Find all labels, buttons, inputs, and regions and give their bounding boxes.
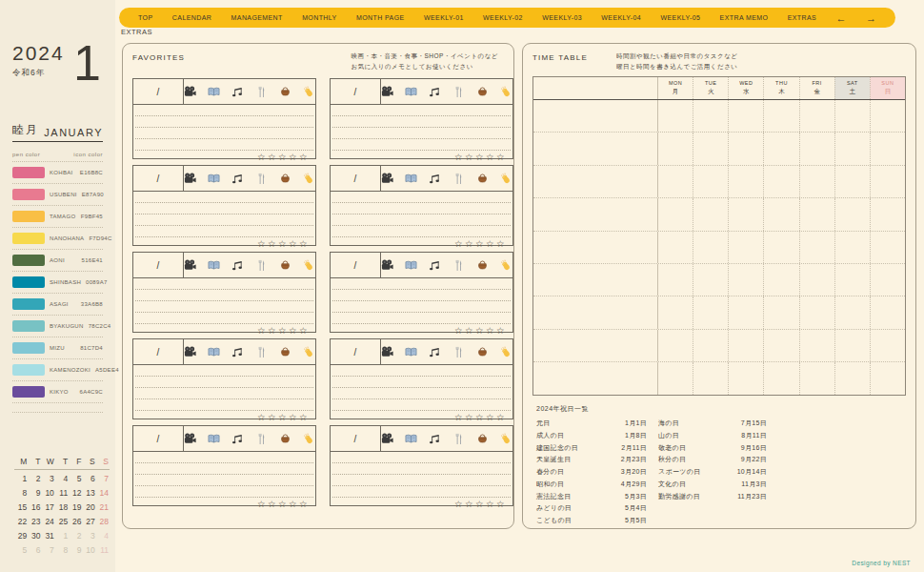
timetable-cell[interactable] [693,362,728,394]
timetable-cell[interactable] [728,362,763,394]
memo-line[interactable] [135,105,313,116]
nav-arrow-left-icon[interactable]: ← [836,12,847,24]
handbag-icon[interactable] [476,346,489,358]
timetable-cell[interactable] [870,296,905,328]
handbag-icon[interactable] [476,173,489,185]
fork-knife-icon[interactable] [452,86,465,98]
timetable-cell[interactable] [799,362,834,394]
memo-line[interactable] [332,226,511,237]
fork-knife-icon[interactable] [452,173,465,185]
memo-lines[interactable] [133,278,315,324]
timetable-label-cell[interactable] [533,296,657,328]
timetable-cell[interactable] [728,166,763,197]
timetable-cell[interactable] [834,133,870,164]
calendar-day[interactable]: 21 [96,499,110,513]
open-book-icon[interactable] [405,433,417,445]
movie-camera-icon[interactable] [381,173,393,185]
memo-line[interactable] [332,388,511,399]
nav-tab-extras[interactable]: EXTRAS [788,14,816,21]
clapping-hands-icon[interactable] [500,259,512,272]
music-notes-icon[interactable] [231,346,244,358]
timetable-cell[interactable] [834,330,870,361]
timetable-cell[interactable] [657,100,693,132]
calendar-day[interactable]: 18 [55,499,69,513]
timetable-cell[interactable] [728,264,763,296]
timetable-cell[interactable] [799,296,834,328]
calendar-day[interactable]: 28 [96,513,110,527]
date-slash-cell[interactable]: / [133,253,184,277]
timetable-cell[interactable] [728,296,763,328]
music-notes-icon[interactable] [429,173,441,185]
memo-line[interactable] [332,203,511,214]
calendar-day[interactable]: 3 [82,527,95,541]
fork-knife-icon[interactable] [452,259,465,272]
memo-line[interactable] [135,226,313,237]
timetable-cell[interactable] [799,133,834,164]
favorites-card[interactable]: / ☆☆☆☆☆ [132,425,316,506]
nav-tab-monthly[interactable]: MONTHLY [302,14,337,21]
memo-line[interactable] [332,105,511,116]
calendar-day[interactable]: 2 [69,527,82,541]
memo-line[interactable] [135,192,313,203]
open-book-icon[interactable] [208,259,220,272]
calendar-day[interactable]: 9 [28,484,41,499]
timetable-cell[interactable] [799,232,834,263]
nav-tab-weekly-03[interactable]: WEEKLY-03 [542,14,582,21]
calendar-day[interactable]: 29 [14,527,28,541]
timetable-cell[interactable] [693,133,728,164]
memo-line[interactable] [332,399,511,411]
favorites-card[interactable]: / ☆☆☆☆☆ [330,78,513,159]
timetable-cell[interactable] [693,296,728,328]
movie-camera-icon[interactable] [381,346,393,358]
handbag-icon[interactable] [279,173,291,185]
timetable-cell[interactable] [870,198,905,230]
star-rating[interactable]: ☆☆☆☆☆ [133,324,315,337]
calendar-day[interactable]: 14 [96,484,110,499]
open-book-icon[interactable] [405,346,417,358]
timetable-row[interactable] [533,296,905,329]
memo-line[interactable] [332,214,511,226]
timetable-row[interactable] [533,133,905,165]
date-slash-cell[interactable]: / [133,339,184,364]
movie-camera-icon[interactable] [381,86,393,98]
timetable-cell[interactable] [693,198,728,230]
memo-line[interactable] [332,128,511,139]
calendar-day[interactable]: 3 [42,470,55,484]
fork-knife-icon[interactable] [452,433,465,445]
timetable-cell[interactable] [870,166,905,197]
timetable-cell[interactable] [870,264,905,296]
memo-lines[interactable] [133,192,315,237]
timetable-cell[interactable] [870,330,905,361]
favorites-card[interactable]: / ☆☆☆☆☆ [330,252,513,333]
timetable-cell[interactable] [728,198,763,230]
favorites-card[interactable]: / ☆☆☆☆☆ [132,78,316,159]
star-rating[interactable]: ☆☆☆☆☆ [331,324,512,337]
music-notes-icon[interactable] [231,433,244,445]
favorites-card[interactable]: / ☆☆☆☆☆ [330,338,513,419]
calendar-day[interactable]: 7 [42,541,55,556]
memo-line[interactable] [332,463,511,475]
date-slash-cell[interactable]: / [331,339,381,364]
clapping-hands-icon[interactable] [500,86,512,98]
music-notes-icon[interactable] [429,433,441,445]
clapping-hands-icon[interactable] [500,173,512,185]
movie-camera-icon[interactable] [381,433,393,445]
music-notes-icon[interactable] [231,259,244,272]
timetable-cell[interactable] [657,232,693,263]
fork-knife-icon[interactable] [452,346,465,358]
date-slash-cell[interactable]: / [133,79,184,104]
timetable-cell[interactable] [834,100,870,132]
open-book-icon[interactable] [208,346,220,358]
calendar-day[interactable]: 4 [96,527,110,541]
memo-line[interactable] [135,203,313,214]
memo-lines[interactable] [331,365,512,411]
star-rating[interactable]: ☆☆☆☆☆ [331,411,512,424]
memo-line[interactable] [332,313,511,324]
timetable-cell[interactable] [763,296,798,328]
timetable-label-cell[interactable] [533,330,657,361]
calendar-day[interactable]: 26 [69,513,82,527]
calendar-day[interactable]: 23 [28,513,41,527]
music-notes-icon[interactable] [429,86,441,98]
timetable-row[interactable] [533,198,905,231]
timetable-cell[interactable] [657,296,693,328]
